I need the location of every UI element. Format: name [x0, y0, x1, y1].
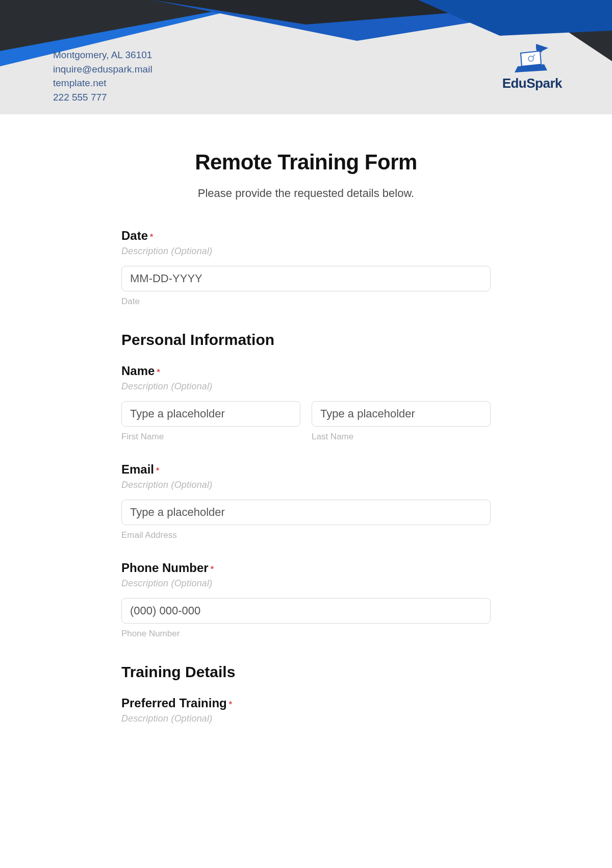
required-marker: * [229, 700, 232, 709]
graduation-laptop-icon [512, 44, 552, 73]
preferred-training-description[interactable]: Description (Optional) [121, 713, 491, 724]
last-name-input[interactable] [312, 401, 491, 427]
form-container: Remote Training Form Please provide the … [66, 114, 546, 745]
contact-site: template.net [53, 76, 152, 90]
required-marker: * [156, 466, 159, 475]
first-name-sublabel: First Name [121, 432, 300, 442]
required-marker: * [150, 233, 153, 241]
preferred-training-label: Preferred Training [121, 696, 227, 710]
email-field-group: Email* Description (Optional) Email Addr… [121, 462, 491, 540]
contact-address: Montgomery, AL 36101 [53, 48, 152, 62]
name-description[interactable]: Description (Optional) [121, 381, 491, 392]
first-name-input[interactable] [121, 401, 300, 427]
section-training-details: Training Details [121, 663, 491, 681]
name-label: Name [121, 364, 155, 378]
section-personal-information: Personal Information [121, 331, 491, 349]
page-subtitle: Please provide the requested details bel… [121, 187, 491, 200]
phone-sublabel: Phone Number [121, 629, 491, 639]
last-name-sublabel: Last Name [312, 432, 491, 442]
date-label: Date [121, 229, 148, 243]
phone-input[interactable] [121, 598, 491, 624]
page-title: Remote Training Form [121, 150, 491, 175]
brand-name: EduSpark [502, 76, 562, 91]
date-field-group: Date* Description (Optional) Date [121, 229, 491, 307]
name-field-group: Name* Description (Optional) First Name … [121, 364, 491, 442]
phone-field-group: Phone Number* Description (Optional) Pho… [121, 561, 491, 639]
email-label: Email [121, 462, 154, 477]
contact-email: inquire@eduspark.mail [53, 62, 152, 77]
contact-phone: 222 555 777 [53, 90, 152, 105]
contact-info: Montgomery, AL 36101 inquire@eduspark.ma… [53, 48, 152, 104]
date-description[interactable]: Description (Optional) [121, 246, 491, 257]
preferred-training-field-group: Preferred Training* Description (Optiona… [121, 696, 491, 724]
letterhead-header: Montgomery, AL 36101 inquire@eduspark.ma… [0, 0, 612, 114]
required-marker: * [157, 368, 160, 377]
phone-label: Phone Number [121, 561, 209, 575]
date-input[interactable] [121, 266, 491, 291]
required-marker: * [211, 565, 214, 574]
date-sublabel: Date [121, 296, 491, 307]
brand-logo: EduSpark [502, 44, 562, 91]
email-description[interactable]: Description (Optional) [121, 480, 491, 490]
phone-description[interactable]: Description (Optional) [121, 578, 491, 589]
email-sublabel: Email Address [121, 530, 491, 540]
email-input[interactable] [121, 500, 491, 525]
